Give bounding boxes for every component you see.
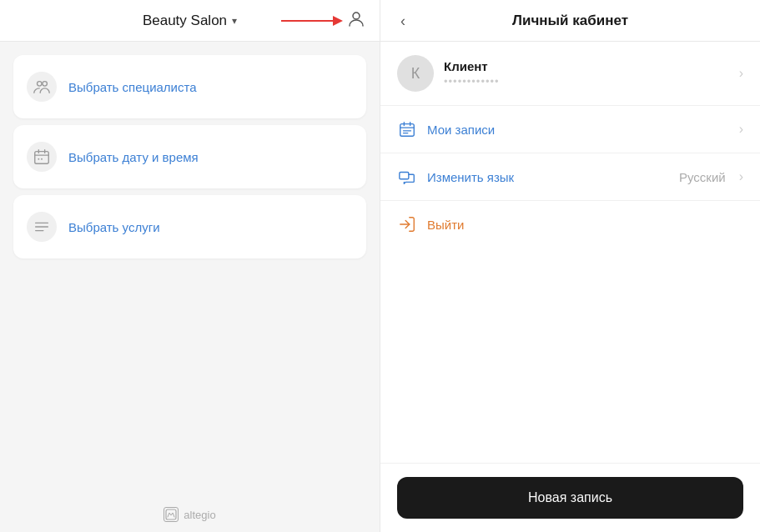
profile-phone: ••••••••••••: [444, 75, 729, 88]
services-icon: [27, 212, 57, 242]
left-footer: altegio: [0, 497, 380, 532]
logout-item[interactable]: Выйти: [380, 201, 760, 248]
right-header: ‹ Личный кабинет: [380, 0, 760, 42]
logout-icon: [397, 214, 417, 234]
language-chevron-icon: ›: [739, 169, 743, 184]
svg-point-3: [43, 82, 47, 87]
right-footer: Новая запись: [380, 463, 760, 532]
select-services-card[interactable]: Выбрать услуги: [13, 195, 366, 258]
language-value: Русский: [679, 170, 726, 184]
svg-rect-11: [400, 124, 415, 137]
svg-rect-10: [166, 509, 176, 519]
my-records-item[interactable]: Мои записи ›: [380, 106, 760, 153]
profile-icon-button[interactable]: [346, 9, 366, 33]
select-specialist-card[interactable]: Выбрать специалиста: [13, 55, 366, 118]
profile-info: Клиент ••••••••••••: [444, 59, 729, 88]
svg-point-6: [41, 158, 43, 160]
left-panel: Beauty Salon ▾: [0, 0, 380, 532]
svg-point-1: [353, 13, 360, 19]
profile-section[interactable]: К Клиент •••••••••••• ›: [380, 42, 760, 106]
chevron-down-icon: ▾: [232, 15, 237, 27]
altegio-logo-icon: [164, 507, 179, 522]
svg-rect-4: [35, 152, 49, 164]
my-records-label: Мои записи: [427, 123, 729, 137]
svg-point-5: [38, 158, 39, 160]
back-button[interactable]: ‹: [394, 8, 412, 33]
arrow-annotation: [279, 13, 346, 29]
person-icon: [346, 9, 366, 29]
profile-name: Клиент: [444, 59, 729, 73]
altegio-label: altegio: [184, 509, 215, 521]
language-label: Изменить язык: [427, 170, 669, 184]
profile-chevron-icon: ›: [739, 66, 743, 81]
left-header: Beauty Salon ▾: [0, 0, 380, 42]
language-icon: [397, 167, 417, 187]
select-datetime-card[interactable]: Выбрать дату и время: [13, 125, 366, 188]
logout-label: Выйти: [427, 218, 743, 232]
svg-point-2: [38, 82, 43, 87]
specialist-icon: [27, 72, 57, 102]
my-records-chevron-icon: ›: [739, 122, 743, 137]
salon-name-button[interactable]: Beauty Salon ▾: [143, 13, 237, 29]
datetime-icon: [27, 142, 57, 172]
select-datetime-label: Выбрать дату и время: [68, 150, 199, 164]
right-panel: ‹ Личный кабинет К Клиент •••••••••••• ›: [380, 0, 760, 532]
select-services-label: Выбрать услуги: [68, 220, 160, 234]
select-specialist-label: Выбрать специалиста: [68, 80, 197, 94]
avatar: К: [397, 55, 434, 92]
salon-name: Beauty Salon: [143, 13, 227, 29]
new-record-button[interactable]: Новая запись: [397, 477, 743, 519]
red-arrow-icon: [279, 13, 346, 29]
right-panel-title: Личный кабинет: [512, 13, 628, 29]
svg-rect-14: [400, 173, 409, 179]
right-content: К Клиент •••••••••••• › Мои записи ›: [380, 42, 760, 463]
language-item[interactable]: Изменить язык Русский ›: [380, 153, 760, 201]
left-menu: Выбрать специалиста Выбрать дату и время: [0, 42, 380, 497]
my-records-icon: [397, 119, 417, 139]
